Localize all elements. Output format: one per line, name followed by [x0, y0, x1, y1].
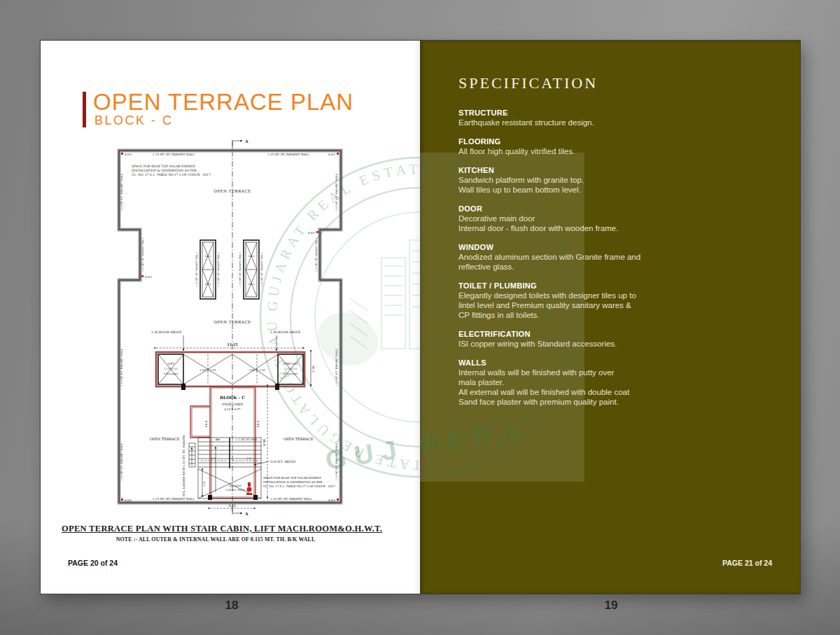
spec-line: All floor high quality vitrified tiles. [458, 146, 690, 156]
fire-hydrant-symbol [246, 482, 252, 495]
svg-text:INSTALLATION & GENERATION AS P: INSTALLATION & GENERATION AS PER [263, 480, 323, 484]
svg-text:1.15 MT. HT. PARAPET WALL: 1.15 MT. HT. PARAPET WALL [153, 497, 195, 501]
svg-text:M.S. LADDER WITH 1.15 MT. HT.: M.S. LADDER WITH 1.15 MT. HT. RAILING [182, 435, 186, 496]
svg-text:O.H.W.T. ABOVE: O.H.W.T. ABOVE [270, 460, 296, 463]
svg-text:1.15 MT. HT. PARAPET WALL: 1.15 MT. HT. PARAPET WALL [120, 443, 123, 481]
duct-shafts: Duct Duct Duct Duct 1.15 MT. HT. PARAPET… [195, 240, 263, 299]
spec-heading: FLOORING [458, 137, 690, 146]
spec-section-flooring: FLOORING All floor high quality vitrifie… [458, 137, 690, 156]
dim-width: 11.15 [156, 342, 304, 348]
spec-heading: KITCHEN [458, 165, 690, 175]
svg-text:R.W.P.: R.W.P. [308, 232, 315, 235]
spec-title: SPECIFICATION [458, 74, 690, 92]
svg-text:1.15 MT. HT. PARAPET WALL: 1.15 MT. HT. PARAPET WALL [335, 443, 338, 481]
spec-line: Sand face plaster with premium quality p… [458, 397, 690, 407]
spec-section-kitchen: KITCHEN Sandwich platform with granite t… [458, 165, 690, 195]
spec-heading: ELECTRIFICATION [458, 329, 690, 339]
svg-text:1.15 MT. HT. PARAPET WALL: 1.15 MT. HT. PARAPET WALL [120, 349, 123, 386]
spec-heading: WALLS [458, 358, 690, 368]
svg-text:1.15 MT. HT. PARAPET WALL: 1.15 MT. HT. PARAPET WALL [335, 349, 338, 386]
book-spread: OPEN TERRACE PLAN BLOCK - C A A [41, 41, 800, 594]
svg-text:BLOCK - C: BLOCK - C [220, 395, 245, 400]
spec-line: Sandwich platform with granite top. [458, 175, 690, 185]
section-marker-bottom: A [244, 511, 248, 516]
spec-line: Wall tiles up to beam bottom level. [458, 185, 690, 195]
plan-caption: OPEN TERRACE PLAN WITH STAIR CABIN, LIFT… [62, 524, 370, 534]
svg-text:F.R.D.: F.R.D. [205, 420, 208, 428]
svg-text:L.M.ROOM ABOVE: L.M.ROOM ABOVE [152, 330, 182, 334]
svg-text:1.15 MT. HT. PARAPET WALL: 1.15 MT. HT. PARAPET WALL [270, 497, 312, 501]
title-accent-bar [83, 92, 86, 127]
svg-text:R.W.P.: R.W.P. [125, 499, 132, 502]
open-terrace-left: OPEN TERRACE [150, 437, 180, 441]
lm-room-callouts: L.M.ROOM ABOVE L.M.ROOM ABOVE [152, 330, 301, 351]
spec-section-door: DOOR Decorative main door Internal door … [458, 204, 690, 233]
svg-text:2.07: 2.07 [211, 457, 216, 460]
page-right[interactable]: SPECIFICATION STRUCTURE Earthquake resis… [420, 41, 800, 594]
svg-text:R.W.P.: R.W.P. [145, 276, 152, 279]
lift-machine-room: LIFT 1.54 X 2.10 8 Passenger FIRE LIFT 1… [156, 352, 315, 390]
spec-heading: WINDOW [458, 242, 690, 252]
spec-section-structure: STRUCTURE Earthquake resistant structure… [458, 108, 690, 127]
spec-section-window: WINDOW Anodized aluminum section with Gr… [458, 242, 690, 272]
svg-text:R.W.P.: R.W.P. [328, 153, 335, 156]
page-footer-left: PAGE 20 of 24 [68, 559, 118, 567]
spec-line: ISI copper wiring with Standard accessor… [458, 339, 690, 349]
svg-text:8 Passenger: 8 Passenger [164, 372, 178, 375]
svg-text:1.15 MT. HT. PARAPET WALL: 1.15 MT. HT. PARAPET WALL [315, 237, 318, 272]
svg-text:8.98: 8.98 [262, 439, 266, 446]
svg-text:DN: DN [216, 438, 220, 441]
page-title: OPEN TERRACE PLAN [93, 89, 354, 116]
svg-text:CL. NO. 17.5.1. TABLE NO.17.3: CL. NO. 17.5.1. TABLE NO.17.3 OF CGDCR -… [263, 484, 336, 488]
svg-text:LANDING: LANDING [229, 484, 242, 487]
svg-text:SPACE FOR ROOF TOP SOLAR ENERG: SPACE FOR ROOF TOP SOLAR ENERGY [132, 165, 195, 168]
svg-text:1.62 X 2.33: 1.62 X 2.33 [248, 368, 265, 372]
svg-text:1.04 MT. WIDE: 1.04 MT. WIDE [225, 489, 245, 491]
spec-line: Anodized aluminum section with Granite f… [458, 252, 690, 262]
svg-text:4.15 X 6.57: 4.15 X 6.57 [224, 407, 241, 411]
svg-text:Duct: Duct [248, 255, 255, 258]
spec-line: mala plaster. [458, 377, 690, 387]
ms-ladder: M.S. LADDER WITH 1.15 MT. HT. RAILING [182, 435, 195, 496]
svg-text:F.R.D.: F.R.D. [257, 420, 260, 428]
svg-text:Duct: Duct [205, 283, 211, 286]
svg-text:1.15 MT. HT. PARAPET WALL: 1.15 MT. HT. PARAPET WALL [141, 237, 144, 272]
viewer-canvas: OPEN TERRACE PLAN BLOCK - C A A [0, 0, 840, 635]
svg-text:1.15 MT. HT. PARAPET WALL: 1.15 MT. HT. PARAPET WALL [120, 174, 123, 211]
solar-note-bottom: SPACE FOR ROOF TOP SOLAR ENERGY INSTALLA… [263, 476, 336, 488]
spec-heading: TOILET / PLUMBING [458, 281, 690, 291]
plan-note: NOTE :- ALL OUTER & INTERNAL WALL ARE OF… [62, 536, 370, 543]
open-terrace-right: OPEN TERRACE [284, 437, 314, 441]
spec-section-electrification: ELECTRIFICATION ISI copper wiring with S… [458, 329, 690, 349]
svg-text:1.15 MT. HT. PARAPET WALL: 1.15 MT. HT. PARAPET WALL [239, 252, 241, 287]
spec-line: Earthquake resistant structure design. [458, 118, 690, 127]
floor-plan-drawing: A A R.W.P. R.W.P. R.W.P. [112, 137, 350, 525]
svg-text:2.04: 2.04 [203, 481, 206, 486]
svg-text:1.15 MT. HT. PARAPET WALL: 1.15 MT. HT. PARAPET WALL [267, 153, 309, 156]
svg-text:INSTALLATION & GENERATION AS P: INSTALLATION & GENERATION AS PER [132, 169, 197, 172]
svg-text:1.15 MT. HT. PARAPET WALL: 1.15 MT. HT. PARAPET WALL [153, 153, 195, 156]
section-marker-top: A [244, 139, 248, 144]
svg-text:1.54 X 2.10: 1.54 X 2.10 [164, 368, 177, 370]
svg-text:1.15 MT. HT. PARAPET WALL: 1.15 MT. HT. PARAPET WALL [335, 174, 338, 211]
svg-text:LIFT: LIFT [167, 362, 174, 365]
svg-text:1.62 X 2.33: 1.62 X 2.33 [200, 368, 216, 372]
ohwt-callout: O.H.W.T. ABOVE [254, 460, 296, 465]
spec-heading: DOOR [458, 204, 690, 214]
svg-text:STAIR CABIN: STAIR CABIN [222, 403, 244, 406]
svg-text:8 Passenger: 8 Passenger [284, 372, 298, 375]
svg-text:FIRE LIFT: FIRE LIFT [283, 362, 298, 365]
spec-line: lintel level and Premium quality sanitar… [458, 300, 690, 310]
specification-panel: SPECIFICATION STRUCTURE Earthquake resis… [458, 74, 690, 416]
svg-text:L.M.ROOM ABOVE: L.M.ROOM ABOVE [271, 330, 301, 334]
svg-text:1.15 MT. HT. PARAPET WALL: 1.15 MT. HT. PARAPET WALL [195, 252, 198, 287]
page-number-left: 18 [220, 599, 244, 613]
svg-text:R.W.P.: R.W.P. [328, 499, 335, 502]
page-subtitle: BLOCK - C [94, 113, 174, 128]
svg-text:1.15 MT. HT. PARA.: 1.15 MT. HT. PARA. [235, 438, 258, 441]
svg-text:1.15 MT. HT. PARAPET WALL: 1.15 MT. HT. PARAPET WALL [260, 252, 263, 287]
page-number-right: 19 [599, 599, 623, 613]
svg-text:R.W.P.: R.W.P. [125, 153, 132, 156]
open-terrace-mid: OPEN TERRACE [214, 320, 251, 324]
page-left[interactable]: OPEN TERRACE PLAN BLOCK - C A A [41, 41, 420, 594]
